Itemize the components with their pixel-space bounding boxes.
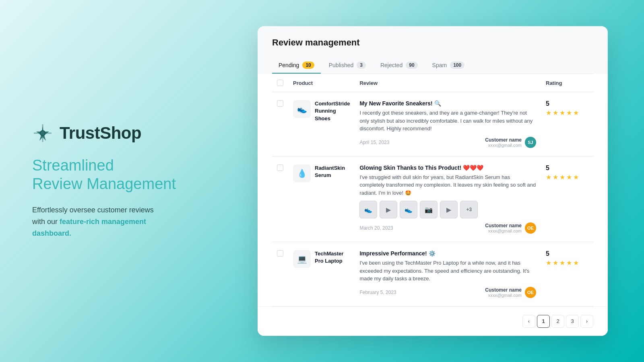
description-highlight: feature-rich managementdashboard. (32, 218, 146, 237)
page-next-button[interactable]: › (580, 315, 593, 328)
customer-text-3: Customer name xxxx@gmail.com (485, 287, 522, 298)
customer-info-2: Customer name xxxx@gmail.com OE (485, 222, 536, 234)
tab-rejected[interactable]: Rejected 90 (374, 58, 424, 74)
row-checkbox-1[interactable] (277, 100, 283, 107)
col-review: Review (355, 74, 541, 92)
tab-pending-badge: 10 (302, 62, 314, 69)
product-name-1: ComfortStrideRunning Shoes (315, 100, 350, 122)
review-meta-3: February 5, 2023 Customer name xxxx@gmai… (359, 287, 536, 298)
description: Effortlessly oversee customer reviewswit… (32, 204, 217, 239)
tab-spam-badge: 100 (450, 62, 464, 69)
stars-1: ★ ★ ★ ★ ★ (546, 109, 588, 117)
customer-email-2: xxxx@gmail.com (485, 228, 522, 233)
avatar-1: SJ (525, 137, 536, 148)
tab-pending[interactable]: Pending 10 (272, 58, 321, 74)
product-cell-2: 💧 RadiantSkinSerum (293, 165, 350, 182)
media-thumb-3: 👟 (400, 201, 417, 218)
media-more[interactable]: +3 (460, 201, 478, 218)
review-date-3: February 5, 2023 (359, 290, 396, 295)
media-thumb-1: 👟 (359, 201, 377, 218)
product-name-3: TechMasterPro Laptop (315, 250, 343, 265)
review-meta-2: March 20, 2023 Customer name xxxx@gmail.… (359, 222, 536, 234)
avatar-2: OE (525, 222, 536, 234)
col-product: Product (288, 74, 355, 92)
review-date-1: April 15, 2023 (359, 140, 389, 145)
media-thumb-5[interactable]: ▶ (440, 201, 458, 218)
tagline: StreamlinedReview Management (32, 156, 217, 193)
stars-3: ★ ★ ★ ★ ★ (546, 259, 588, 267)
stars-2: ★ ★ ★ ★ ★ (546, 173, 588, 181)
table-container: Product Review Rating 👟 (258, 74, 608, 306)
page-prev-button[interactable]: ‹ (522, 315, 535, 328)
customer-name-3: Customer name (485, 287, 522, 293)
row-checkbox-3[interactable] (277, 250, 283, 257)
customer-info-1: Customer name xxxx@gmail.com SJ (485, 137, 536, 148)
tabs-container: Pending 10 Published 3 Rejected 90 Spam … (272, 58, 593, 74)
review-title-2: Glowing Skin Thanks to This Product! ❤️❤… (359, 165, 536, 171)
review-meta-1: April 15, 2023 Customer name xxxx@gmail.… (359, 137, 536, 148)
customer-info-3: Customer name xxxx@gmail.com OE (485, 287, 536, 298)
rating-number-2: 5 (546, 165, 588, 172)
rating-number-3: 5 (546, 250, 588, 257)
customer-text-2: Customer name xxxx@gmail.com (485, 223, 522, 233)
logo-icon (32, 123, 53, 144)
tab-published[interactable]: Published 3 (322, 58, 372, 74)
review-title-3: Impressive Performance! ⚙️ (359, 250, 536, 257)
page-title: Review management (272, 37, 593, 48)
customer-name-1: Customer name (485, 137, 522, 143)
product-cell-1: 👟 ComfortStrideRunning Shoes (293, 100, 350, 122)
product-cell-3: 💻 TechMasterPro Laptop (293, 250, 350, 268)
select-all-checkbox[interactable] (277, 80, 283, 86)
tab-spam[interactable]: Spam 100 (426, 58, 471, 74)
product-thumb-1: 👟 (293, 100, 311, 118)
review-body-3: I've been using the TechMaster Pro Lapto… (359, 259, 536, 283)
reviews-table: Product Review Rating 👟 (272, 74, 593, 306)
tab-published-badge: 3 (357, 62, 366, 69)
table-row: 💻 TechMasterPro Laptop Impressive Perfor… (272, 242, 593, 306)
customer-name-2: Customer name (485, 223, 522, 228)
review-title-1: My New Favorite Sneakers! 🔍 (359, 100, 536, 107)
table-row: 💧 RadiantSkinSerum Glowing Skin Thanks t… (272, 156, 593, 242)
review-date-2: March 20, 2023 (359, 225, 393, 231)
row-checkbox-2[interactable] (277, 165, 283, 171)
product-thumb-3: 💻 (293, 250, 311, 268)
page-2-button[interactable]: 2 (551, 315, 564, 328)
customer-text-1: Customer name xxxx@gmail.com (485, 137, 522, 148)
logo-row: TrustShop (32, 123, 217, 144)
review-body-1: I recently got these sneakers, and they … (359, 109, 536, 133)
product-thumb-2: 💧 (293, 165, 311, 182)
review-body-2: I've struggled with dull skin for years,… (359, 173, 536, 197)
page-1-button[interactable]: 1 (537, 315, 550, 328)
product-name-2: RadiantSkinSerum (315, 165, 345, 179)
logo-text: TrustShop (60, 123, 141, 143)
left-panel: TrustShop StreamlinedReview Management E… (0, 99, 250, 263)
customer-email-1: xxxx@gmail.com (485, 143, 522, 148)
media-thumb-4: 📷 (420, 201, 438, 218)
customer-email-3: xxxx@gmail.com (485, 293, 522, 298)
dashboard-card: Review management Pending 10 Published 3… (258, 26, 608, 336)
media-thumb-2[interactable]: ▶ (380, 201, 397, 218)
rating-number-1: 5 (546, 100, 588, 107)
col-rating: Rating (541, 74, 593, 92)
review-media-2: 👟 ▶ 👟 📷 ▶ +3 (359, 201, 536, 218)
avatar-3: OE (525, 287, 536, 298)
right-panel: Review management Pending 10 Published 3… (250, 10, 644, 352)
table-row: 👟 ComfortStrideRunning Shoes My New Favo… (272, 92, 593, 156)
card-header: Review management Pending 10 Published 3… (258, 26, 608, 74)
pagination: ‹ 1 2 3 › (258, 306, 608, 336)
tab-rejected-badge: 90 (406, 62, 417, 69)
page-3-button[interactable]: 3 (566, 315, 579, 328)
